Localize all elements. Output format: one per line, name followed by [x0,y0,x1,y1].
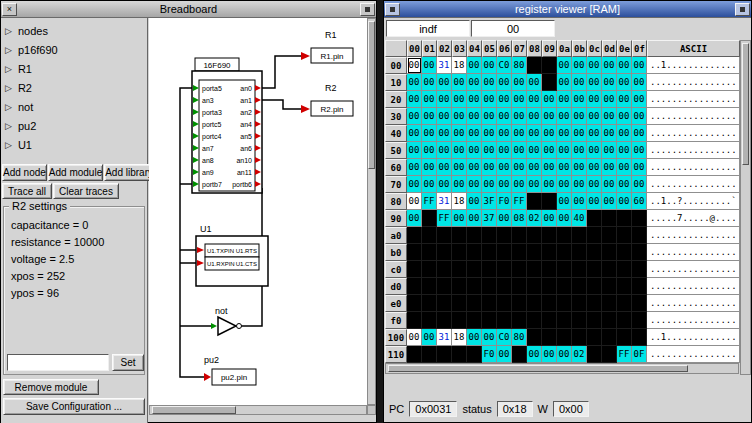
register-cell[interactable]: 00 [407,57,422,74]
register-cell[interactable]: 00 [587,159,602,176]
register-cell[interactable] [452,312,467,329]
register-cell[interactable] [512,278,527,295]
register-cell[interactable] [467,244,482,261]
register-cell[interactable] [542,193,557,210]
register-value-entry[interactable] [471,20,555,37]
register-cell[interactable] [572,312,587,329]
register-cell[interactable]: 00 [452,159,467,176]
register-cell[interactable] [452,295,467,312]
register-cell[interactable]: FF [512,193,527,210]
register-cell[interactable]: 00 [557,108,572,125]
register-cell[interactable]: 00 [422,142,437,159]
register-cell[interactable] [422,295,437,312]
expander-icon[interactable]: ▷ [5,26,12,36]
register-cell[interactable]: 00 [632,159,647,176]
register-cell[interactable]: 00 [572,125,587,142]
register-cell[interactable]: 00 [632,125,647,142]
register-cell[interactable] [467,261,482,278]
register-cell[interactable] [467,295,482,312]
register-cell[interactable]: 00 [407,125,422,142]
register-cell[interactable]: 00 [407,91,422,108]
register-cell[interactable]: 18 [452,57,467,74]
register-cell[interactable] [557,295,572,312]
register-cell[interactable]: 00 [512,176,527,193]
register-cell[interactable]: 00 [512,108,527,125]
register-cell[interactable]: 00 [602,159,617,176]
attribute-line[interactable]: capacitance = 0 [4,217,144,234]
register-cell[interactable] [602,346,617,363]
register-cell[interactable]: 00 [617,91,632,108]
register-cell[interactable]: 00 [602,91,617,108]
register-cell[interactable] [632,227,647,244]
register-cell[interactable]: 00 [407,176,422,193]
register-cell[interactable]: 00 [572,193,587,210]
register-cell[interactable]: 00 [467,210,482,227]
register-cell[interactable]: 00 [482,142,497,159]
register-cell[interactable]: FF [617,346,632,363]
register-cell[interactable]: 00 [452,142,467,159]
register-cell[interactable]: 00 [467,176,482,193]
window-menu-button[interactable]: × [2,3,17,16]
register-cell[interactable]: 00 [467,108,482,125]
register-cell[interactable]: 00 [407,108,422,125]
register-cell[interactable]: 00 [497,125,512,142]
register-cell[interactable] [452,261,467,278]
register-cell[interactable]: 00 [527,108,542,125]
tree-item-p16f690[interactable]: ▷p16f690 [1,40,147,59]
register-cell[interactable] [452,278,467,295]
register-cell[interactable] [407,312,422,329]
register-cell[interactable]: 00 [452,176,467,193]
clear-traces-button[interactable]: Clear traces [53,183,119,199]
register-cell[interactable] [452,227,467,244]
attribute-line[interactable]: resistance = 10000 [4,234,144,251]
window-maximize-button[interactable] [360,3,375,16]
register-horizontal-scrollbar-thumb[interactable] [388,365,688,372]
register-cell[interactable]: 00 [482,57,497,74]
canvas-horizontal-scrollbar[interactable] [149,405,367,415]
register-cell[interactable]: F0 [482,346,497,363]
register-cell[interactable] [497,227,512,244]
register-cell[interactable] [587,261,602,278]
set-button[interactable]: Set [112,354,144,371]
register-cell[interactable]: 00 [632,57,647,74]
register-cell[interactable]: 00 [527,176,542,193]
register-cell[interactable] [422,261,437,278]
register-cell[interactable] [527,227,542,244]
register-cell[interactable] [557,278,572,295]
register-cell[interactable] [482,244,497,261]
expander-icon[interactable]: ▷ [5,45,12,55]
register-cell[interactable]: 3F [482,193,497,210]
register-cell[interactable] [422,278,437,295]
register-cell[interactable] [407,346,422,363]
register-cell[interactable] [632,261,647,278]
register-cell[interactable] [527,295,542,312]
register-cell[interactable] [557,227,572,244]
register-cell[interactable]: 00 [437,142,452,159]
register-cell[interactable] [542,295,557,312]
register-name-entry[interactable] [386,20,470,37]
register-cell[interactable]: 80 [512,329,527,346]
register-cell[interactable] [527,329,542,346]
register-cell[interactable] [407,278,422,295]
register-cell[interactable] [407,261,422,278]
not-gate[interactable] [211,317,242,335]
register-cell[interactable] [587,244,602,261]
breadboard-titlebar[interactable]: × Breadboard [1,1,376,18]
register-cell[interactable]: 08 [512,210,527,227]
register-cell[interactable] [542,74,557,91]
canvas-vertical-scrollbar[interactable] [367,18,376,405]
register-cell[interactable]: FF [437,210,452,227]
remove-module-button[interactable]: Remove module [3,379,99,395]
register-cell[interactable] [497,312,512,329]
register-cell[interactable]: 00 [527,74,542,91]
register-cell[interactable] [482,227,497,244]
register-cell[interactable]: 00 [467,193,482,210]
register-cell[interactable]: 00 [542,210,557,227]
register-cell[interactable] [587,227,602,244]
pu2-pin-box[interactable]: pu2.pin [212,369,256,385]
register-cell[interactable]: 00 [542,125,557,142]
register-cell[interactable]: 00 [572,108,587,125]
register-cell[interactable] [602,312,617,329]
tree-item-not[interactable]: ▷not [1,97,147,116]
register-cell[interactable]: 00 [422,57,437,74]
